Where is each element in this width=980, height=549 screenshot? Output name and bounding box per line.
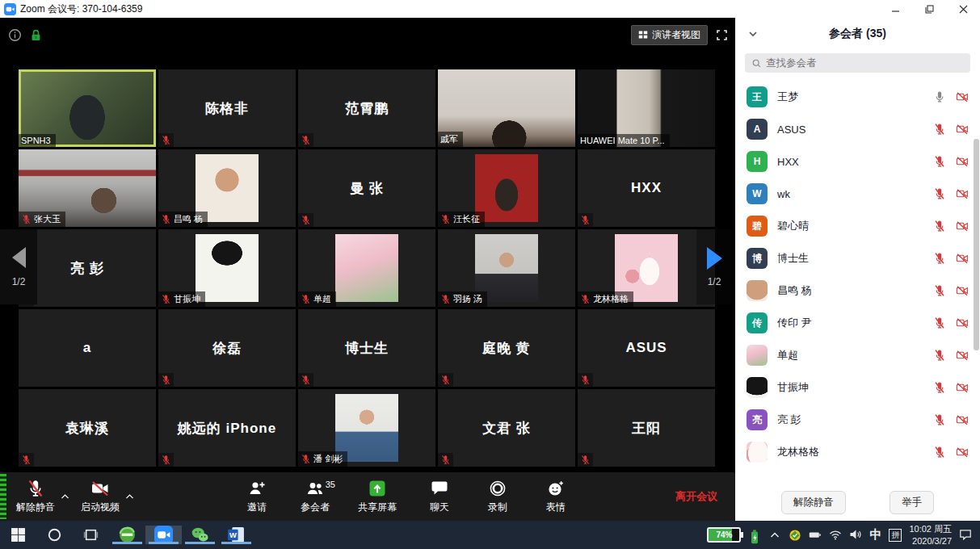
mic-muted-icon[interactable]: [933, 252, 946, 265]
mic-muted-icon[interactable]: [933, 123, 946, 136]
video-tile[interactable]: ASUS: [578, 309, 715, 387]
mic-muted-icon[interactable]: [933, 349, 946, 362]
video-tile[interactable]: 庭晚 黄: [438, 309, 575, 387]
camera-off-icon[interactable]: [956, 284, 969, 297]
video-tile[interactable]: 亮 彭: [19, 229, 156, 307]
video-tile[interactable]: 曼 张: [298, 149, 435, 227]
word-taskbar-item[interactable]: W: [218, 526, 254, 544]
video-tile[interactable]: 袁琳溪: [19, 389, 156, 467]
camera-off-icon[interactable]: [956, 252, 969, 265]
battery-indicator[interactable]: 74%: [707, 527, 741, 543]
taskbar-clock[interactable]: 10:02 周五2020/3/27: [909, 523, 952, 547]
camera-off-icon[interactable]: [956, 381, 969, 394]
record-button[interactable]: 录制: [474, 472, 521, 521]
video-tile[interactable]: 姚远的 iPhone: [158, 389, 296, 467]
cortana-button[interactable]: [36, 527, 73, 543]
video-tile[interactable]: 汪长征: [438, 149, 575, 227]
participant-row[interactable]: 单超: [747, 339, 969, 371]
participant-search[interactable]: [745, 53, 970, 73]
ime-layout-indicator[interactable]: 拼: [889, 529, 902, 542]
camera-off-icon[interactable]: [956, 446, 969, 459]
next-page-button[interactable]: 1/2: [696, 229, 732, 304]
mic-muted-icon[interactable]: [933, 187, 946, 200]
mic-muted-icon[interactable]: [933, 155, 946, 168]
mic-muted-icon[interactable]: [933, 316, 946, 329]
start-video-button[interactable]: 启动视频: [73, 472, 128, 521]
mic-muted-icon[interactable]: [933, 413, 946, 426]
mic-muted-icon[interactable]: [933, 284, 946, 297]
video-tile[interactable]: 范霄鹏: [298, 69, 435, 147]
camera-off-icon[interactable]: [956, 349, 969, 362]
video-tile[interactable]: 羽扬 汤: [438, 229, 575, 307]
action-center-icon[interactable]: [959, 529, 972, 542]
participant-row[interactable]: AASUS: [747, 113, 969, 145]
raise-hand-button[interactable]: 举手: [890, 491, 934, 514]
camera-off-icon[interactable]: [956, 90, 969, 103]
wifi-icon[interactable]: [829, 529, 842, 542]
video-tile[interactable]: 博士生: [298, 309, 435, 387]
chevron-down-icon[interactable]: [747, 27, 759, 40]
video-tile[interactable]: a: [19, 309, 156, 387]
volume-icon[interactable]: [849, 529, 862, 542]
mic-muted-icon[interactable]: [933, 381, 946, 394]
fullscreen-icon[interactable]: [715, 28, 729, 42]
video-tile[interactable]: 徐磊: [158, 309, 296, 387]
close-button[interactable]: [946, 0, 980, 18]
video-tile[interactable]: SPNH3: [19, 69, 156, 147]
participant-row[interactable]: 传传印 尹: [747, 307, 969, 339]
unmute-button[interactable]: 解除静音: [8, 472, 63, 521]
camera-off-icon[interactable]: [956, 155, 969, 168]
ime-mode-indicator[interactable]: 中: [869, 527, 881, 543]
video-tile[interactable]: 潘 剑彬: [298, 389, 435, 467]
task-view-button[interactable]: [73, 527, 109, 543]
video-tile[interactable]: HUAWEI Mate 10 P...: [578, 69, 715, 147]
video-tile[interactable]: 文君 张: [438, 389, 575, 467]
tray-expand-icon[interactable]: [768, 529, 781, 542]
video-tile[interactable]: 龙林格格: [578, 229, 715, 307]
battery-tray-icon[interactable]: [809, 529, 822, 542]
reactions-button[interactable]: 表情: [532, 472, 579, 521]
video-tile[interactable]: 王阳: [578, 389, 715, 467]
participant-row[interactable]: 昌鸣 杨: [747, 274, 969, 307]
participants-scrollbar[interactable]: [974, 123, 979, 502]
video-tile[interactable]: 戚军: [438, 69, 575, 147]
invite-button[interactable]: 邀请: [233, 472, 280, 521]
start-button[interactable]: [0, 527, 36, 543]
participant-row[interactable]: Wwk: [747, 178, 969, 210]
share-screen-button[interactable]: 共享屏幕: [350, 472, 405, 521]
chat-button[interactable]: 聊天: [416, 472, 463, 521]
participant-row[interactable]: HHXX: [747, 145, 969, 178]
unmute-self-button[interactable]: 解除静音: [781, 491, 846, 514]
video-tile[interactable]: 单超: [298, 229, 435, 307]
meeting-info-icon[interactable]: [8, 28, 22, 42]
participant-row[interactable]: 亮亮 彭: [747, 404, 969, 436]
prev-page-button[interactable]: 1/2: [0, 229, 37, 304]
mic-muted-icon[interactable]: [933, 220, 946, 233]
camera-off-icon[interactable]: [956, 123, 969, 136]
video-tile[interactable]: HXX: [578, 149, 715, 227]
search-input[interactable]: [766, 57, 964, 69]
minimize-button[interactable]: [878, 0, 912, 18]
camera-off-icon[interactable]: [956, 413, 969, 426]
scrollbar-thumb[interactable]: [974, 139, 979, 350]
participant-row[interactable]: 博博士生: [747, 242, 969, 274]
video-tile[interactable]: 张大玉: [19, 149, 156, 227]
wechat-taskbar-item[interactable]: [182, 526, 218, 544]
video-tile[interactable]: 甘振坤: [158, 229, 296, 307]
maximize-button[interactable]: [912, 0, 946, 18]
participants-button[interactable]: 参会者35: [292, 472, 339, 521]
zoom-taskbar-item[interactable]: [145, 526, 182, 544]
video-tile[interactable]: 昌鸣 杨: [158, 149, 296, 227]
battery-charging-icon[interactable]: [748, 529, 761, 542]
participant-row[interactable]: 甘振坤: [747, 371, 969, 404]
camera-off-icon[interactable]: [956, 187, 969, 200]
mic-on-icon[interactable]: [933, 90, 946, 103]
antivirus-icon[interactable]: [789, 529, 801, 542]
camera-off-icon[interactable]: [956, 316, 969, 329]
participant-row[interactable]: 王王梦: [747, 81, 969, 113]
leave-meeting-button[interactable]: 离开会议: [675, 489, 717, 504]
participant-row[interactable]: 碧碧心晴: [747, 210, 969, 242]
mic-muted-icon[interactable]: [933, 446, 946, 459]
speaker-view-button[interactable]: 演讲者视图: [631, 25, 708, 45]
participant-row[interactable]: 龙林格格: [747, 436, 969, 464]
